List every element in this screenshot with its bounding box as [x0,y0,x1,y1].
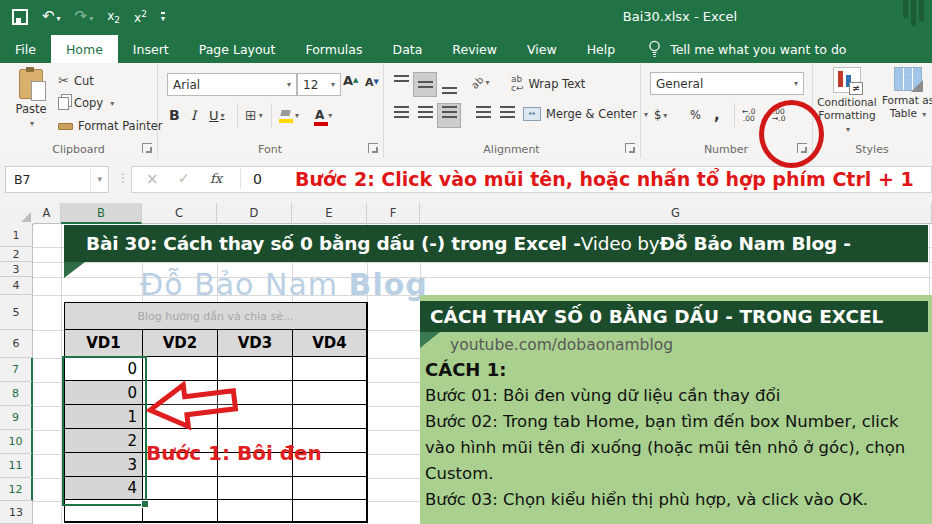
save-icon[interactable] [12,9,28,25]
font-color-button[interactable]: A▾ [315,104,332,126]
copy-button[interactable]: Copy▾ [58,96,114,110]
cell[interactable] [293,405,367,429]
header-cell-vd3[interactable]: VD3 [218,330,293,357]
styles-group: ≠ ConditionalFormatting ▾ Format asTable… [812,63,932,158]
row-header-7[interactable]: 7 [0,358,33,382]
cell[interactable] [293,477,367,500]
number-format-select[interactable]: General▾ [650,72,804,95]
copy-label: Copy [74,96,103,110]
middle-align-button[interactable] [413,72,437,97]
font-dialog-launcher-icon[interactable] [368,143,378,153]
name-box[interactable]: B7▾ [5,166,109,193]
cell[interactable] [293,381,367,405]
align-left-button[interactable] [389,103,413,128]
cell[interactable] [143,500,218,522]
currency-button[interactable]: $▾ [654,104,667,126]
format-as-table-button[interactable]: Format asTable ▾ [880,67,932,121]
fill-color-button[interactable]: ▾ [279,104,299,126]
enter-icon[interactable]: ✓ [178,170,190,186]
tab-insert[interactable]: Insert [118,35,184,63]
step2-annotation: Bước 2: Click vào mũi tên, hoặc nhấn tổ … [295,168,914,190]
redo-icon[interactable]: ↷▾ [75,9,94,26]
cell[interactable] [293,500,367,522]
col-header-D[interactable]: D [217,203,292,224]
insert-function-icon[interactable]: fx [210,171,222,186]
row-header-5[interactable]: 5 [0,295,33,330]
tab-view[interactable]: View [512,35,572,63]
tab-review[interactable]: Review [437,35,512,63]
align-right-button[interactable] [437,103,461,128]
orientation-button[interactable]: ab▾ [471,71,490,93]
undo-icon[interactable]: ↶▾ [42,9,61,26]
merge-center-icon: ↔ [523,107,541,121]
align-center-button[interactable] [413,103,437,128]
header-cell-vd4[interactable]: VD4 [293,330,367,357]
customize-qat-icon[interactable]: ▾ [161,12,165,23]
tab-help[interactable]: Help [572,35,631,63]
wrap-text-button[interactable]: abc↩Wrap Text [511,75,585,93]
merge-center-button[interactable]: ↔Merge & Center▾ [523,107,648,121]
italic-button[interactable]: I [191,104,196,126]
increase-decimal-button[interactable]: ←.0.00 [742,104,755,126]
paste-button[interactable]: Paste ▾ [8,69,54,139]
grow-font-button[interactable]: A▲ [343,69,358,91]
row-header-10[interactable]: 10 [0,430,33,454]
col-header-B[interactable]: B [61,203,142,224]
col-header-A[interactable]: A [33,203,61,224]
cell[interactable] [218,477,293,500]
shrink-font-button[interactable]: A▼ [365,71,379,93]
conditional-formatting-button[interactable]: ≠ ConditionalFormatting ▾ [816,67,878,136]
row-header-3[interactable]: 3 [0,262,33,277]
tab-home[interactable]: Home [51,35,118,63]
tab-file[interactable]: File [0,35,51,63]
tell-me-box[interactable]: Tell me what you want to do [648,35,846,63]
info-panel: CÁCH THAY SỐ 0 BẰNG DẤU - TRONG EXCEL yo… [420,295,932,524]
alignment-dialog-launcher-icon[interactable] [625,143,635,153]
cell[interactable] [218,500,293,522]
worksheet[interactable]: A B C D E F G 1 2 3 4 5 6 7 8 9 10 11 12… [0,203,932,524]
cancel-icon[interactable]: × [146,170,159,188]
format-painter-button[interactable]: Format Painter [58,119,162,133]
increase-indent-button[interactable] [495,103,519,128]
row-header-13[interactable]: 13 [0,501,33,524]
tab-formulas[interactable]: Formulas [290,35,377,63]
decrease-indent-button[interactable] [471,103,495,128]
paste-icon [19,69,43,99]
select-all-corner[interactable] [0,203,34,225]
row-header-1[interactable]: 1 [0,224,33,247]
col-header-F[interactable]: F [367,203,420,224]
row-header-6[interactable]: 6 [0,330,33,358]
row-header-9[interactable]: 9 [0,406,33,430]
bottom-align-button[interactable] [437,72,461,97]
col-header-G[interactable]: G [420,203,932,224]
selection-border[interactable] [62,356,147,506]
header-cell-vd2[interactable]: VD2 [143,330,218,357]
font-size-select[interactable]: 12▾ [297,73,341,96]
subscript-icon[interactable]: x2 [107,9,120,25]
bold-button[interactable]: B [169,104,180,126]
col-header-E[interactable]: E [292,203,367,224]
row-header-4[interactable]: 4 [0,277,33,295]
col-header-C[interactable]: C [142,203,217,224]
row-header-8[interactable]: 8 [0,382,33,406]
underline-button[interactable]: U▾ [209,104,225,126]
header-cell-vd1[interactable]: VD1 [65,330,143,357]
tab-data[interactable]: Data [378,35,438,63]
font-family-select[interactable]: Arial▾ [167,73,297,96]
row-header-12[interactable]: 12 [0,478,33,501]
cell[interactable] [293,357,367,381]
clipboard-dialog-launcher-icon[interactable] [142,143,152,153]
comma-style-button[interactable]: , [714,104,720,126]
row-header-11[interactable]: 11 [0,454,33,478]
cut-button[interactable]: ✂Cut [58,73,94,88]
name-box-dropdown-icon[interactable]: ▾ [90,168,108,191]
borders-button[interactable]: ⊞▾ [245,104,263,126]
cell[interactable] [143,477,218,500]
table-subtitle-cell[interactable]: Blog hướng dẫn và chia sẻ... [65,303,367,330]
formula-bar-grip[interactable]: ⋮ [117,171,129,185]
row-header-2[interactable]: 2 [0,247,33,262]
percent-button[interactable]: % [690,104,701,126]
tab-page-layout[interactable]: Page Layout [184,35,291,63]
superscript-icon[interactable]: x2 [134,9,147,25]
top-align-button[interactable] [389,72,413,97]
